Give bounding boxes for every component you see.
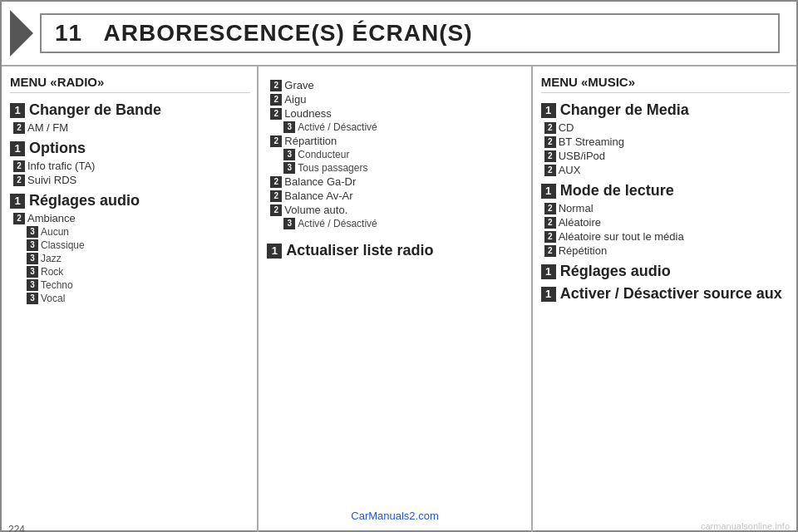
section-mode-lecture-label: Mode de lecture [560,182,674,200]
badge-r2: 1 [541,184,556,199]
item-aux: 2 AUX [541,163,790,177]
item-techno: 3 Techno [10,278,250,292]
item-balance-ga-dr: 2 Balance Ga-Dr [267,175,524,189]
page-wrapper: 11 ARBORESCENCE(S) ÉCRAN(S) MENU «RADIO»… [0,0,798,532]
item-tous-passagers: 3 Tous passagers [267,161,524,175]
badge-aleatoire-media: 2 [544,231,556,243]
item-repetition-label: Répétition [559,244,608,257]
badge-r3: 1 [541,264,556,279]
section-reglages: 1 Réglages audio [10,192,250,209]
item-usb-ipod-label: USB/iPod [559,150,605,162]
item-conducteur-label: Conducteur [298,149,349,160]
item-loudness: 2 Loudness [267,106,524,121]
badge-balance-ga-dr: 2 [270,176,282,188]
section-options: 1 Options [10,140,250,157]
item-rock: 3 Rock [10,265,250,278]
badge-volume-auto: 2 [270,204,282,216]
item-volume-auto-label: Volume auto. [284,204,347,216]
badge-2: 2 [13,122,25,134]
badge-ad2: 3 [283,218,295,229]
item-volume-auto: 2 Volume auto. [267,203,524,217]
item-aigu-label: Aigu [284,93,306,106]
item-balance-ga-dr-label: Balance Ga-Dr [284,175,356,188]
item-active-desactive-1: 3 Activé / Désactivé [267,121,524,134]
item-aigu: 2 Aigu [267,92,524,106]
content-area: MENU «RADIO» 1 Changer de Bande 2 AM / F… [2,66,796,532]
chapter-title: ARBORESCENCE(S) ÉCRAN(S) [103,20,472,46]
item-ambiance: 2 Ambiance [10,211,250,225]
badge-r4: 1 [541,287,556,302]
item-active-desactive-1-label: Activé / Désactivé [298,121,377,133]
item-suivi-rds: 2 Suivi RDS [10,173,250,187]
item-balance-av-ar-label: Balance Av-Ar [284,190,352,202]
badge-aigu: 2 [270,94,282,106]
item-classique-label: Classique [41,239,85,251]
badge-2d: 2 [13,213,25,224]
item-aux-label: AUX [559,164,581,176]
badge-ad1: 3 [283,121,295,133]
item-usb-ipod: 2 USB/iPod [541,149,790,163]
item-normal: 2 Normal [541,201,790,215]
item-am-fm-label: AM / FM [27,121,68,134]
item-balance-av-ar: 2 Balance Av-Ar [267,189,524,203]
item-conducteur: 3 Conducteur [267,148,524,161]
item-repartition: 2 Répartition [267,134,524,148]
item-ambiance-label: Ambiance [27,212,76,224]
badge-aleatoire: 2 [544,217,556,229]
left-menu-title: MENU «RADIO» [10,75,250,93]
section-changer-bande-label: Changer de Bande [29,101,161,119]
item-loudness-label: Loudness [284,107,331,120]
item-vocal-label: Vocal [41,293,65,304]
item-aleatoire-media-label: Aléatoire sur tout le média [559,230,684,243]
carmanuals-link[interactable]: CarManuals2.com [259,510,530,522]
section-changer-media: 1 Changer de Media [541,101,790,119]
page-header: 11 ARBORESCENCE(S) ÉCRAN(S) [2,2,796,66]
badge-cd: 2 [544,122,556,134]
right-menu-title: MENU «MUSIC» [541,75,790,93]
item-aucun: 3 Aucun [10,225,250,239]
right-column: MENU «MUSIC» 1 Changer de Media 2 CD 2 B… [533,66,796,532]
item-bt-streaming: 2 BT Streaming [541,135,790,149]
item-info-trafic-label: Info trafic (TA) [27,160,95,172]
page-title: 11 ARBORESCENCE(S) ÉCRAN(S) [55,20,472,46]
badge-1c: 1 [10,194,25,209]
badge-3d: 3 [27,266,38,278]
item-jazz: 3 Jazz [10,252,250,265]
section-activer: 1 Activer / Désactiver source aux [541,285,790,303]
badge-3c: 3 [27,253,38,264]
section-options-label: Options [29,140,86,157]
item-aleatoire-label: Aléatoire [559,216,601,229]
item-grave-label: Grave [284,79,313,91]
item-bt-streaming-label: BT Streaming [559,135,624,148]
chevron-icon [10,10,33,57]
section-changer-bande: 1 Changer de Bande [10,101,250,119]
item-vocal: 3 Vocal [10,292,250,305]
item-am-fm: 2 AM / FM [10,121,250,135]
item-active-desactive-2: 3 Activé / Désactivé [267,217,524,230]
left-column: MENU «RADIO» 1 Changer de Bande 2 AM / F… [2,66,259,532]
badge-2c: 2 [13,175,25,186]
header-box: 11 ARBORESCENCE(S) ÉCRAN(S) [40,13,780,53]
badge-usb: 2 [544,150,556,162]
badge-2b: 2 [13,160,25,172]
item-techno-label: Techno [41,279,73,291]
badge-1: 1 [10,103,25,118]
item-repartition-label: Répartition [284,135,337,147]
item-repetition: 2 Répétition [541,244,790,258]
item-grave: 2 Grave [267,78,524,92]
item-cd-label: CD [559,121,574,134]
watermark: carmanualsonline.info [701,520,790,532]
badge-repartition: 2 [270,135,282,147]
item-rock-label: Rock [41,266,63,278]
badge-grave: 2 [270,80,282,91]
badge-balance-av-ar: 2 [270,190,282,202]
badge-tous-passagers: 3 [283,162,295,174]
badge-actualiser: 1 [267,244,282,259]
badge-bt: 2 [544,136,556,148]
badge-r1: 1 [541,103,556,118]
item-cd: 2 CD [541,121,790,135]
item-aleatoire-media: 2 Aléatoire sur tout le média [541,229,790,244]
badge-normal: 2 [544,203,556,214]
section-reglages-label: Réglages audio [29,192,140,209]
badge-3f: 3 [27,293,38,304]
